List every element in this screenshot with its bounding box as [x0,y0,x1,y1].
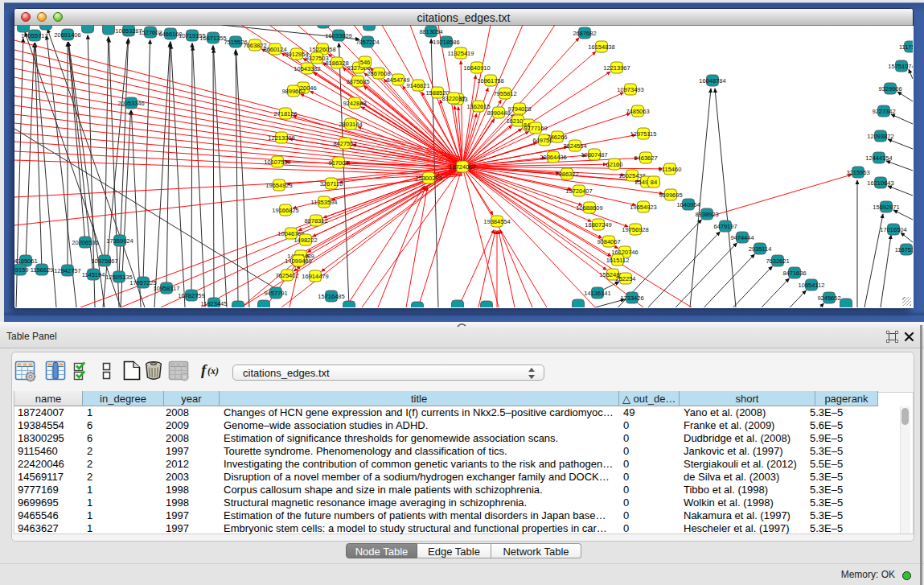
svg-text:15720407: 15720407 [565,187,592,195]
svg-text:9777169: 9777169 [524,125,547,132]
svg-text:1640954: 1640954 [676,201,700,208]
svg-text:2935114: 2935114 [749,245,772,253]
svg-text:12213967: 12213967 [603,64,630,72]
svg-text:11325419: 11325419 [448,50,474,57]
svg-text:19654923: 19654923 [630,204,656,211]
svg-text:1117534: 1117534 [899,43,913,51]
svg-text:546: 546 [360,59,371,66]
svg-text:17359924: 17359924 [106,237,133,245]
svg-text:12942757: 12942757 [54,267,80,274]
svg-text:15716485: 15716485 [318,293,344,300]
svg-text:10807487: 10807487 [581,151,607,159]
svg-text:9794028: 9794028 [507,105,531,113]
svg-text:8660124: 8660124 [263,46,286,53]
svg-text:3267110: 3267110 [320,180,343,187]
svg-text:19756928: 19756928 [622,226,648,233]
svg-text:10543382: 10543382 [294,65,320,72]
svg-text:19166825: 19166825 [272,207,298,214]
svg-text:11353594: 11353594 [311,199,338,206]
svg-text:4185061: 4185061 [14,257,38,265]
svg-text:20053346: 20053346 [117,100,144,107]
svg-text:2718126: 2718126 [273,110,297,117]
svg-text:9463627: 9463627 [634,154,657,162]
svg-text:15751074: 15751074 [888,63,913,70]
svg-text:8938923: 8938923 [695,211,718,218]
svg-text:1615112: 1615112 [606,257,630,264]
svg-text:16154838: 16154838 [588,43,614,51]
svg-text:8322037: 8322037 [441,95,465,102]
svg-text:3624554: 3624554 [563,142,586,150]
svg-text:3875685: 3875685 [346,78,369,85]
svg-text:8990448: 8990448 [487,109,510,117]
svg-text:16782759: 16782759 [178,292,204,299]
svg-text:7625402: 7625402 [275,272,298,279]
svg-text:9899662: 9899662 [281,88,305,95]
svg-text:9084067: 9084067 [597,238,620,245]
svg-text:1733426: 1733426 [620,295,643,302]
svg-text:25300293: 25300293 [415,175,441,182]
svg-text:9329966: 9329966 [878,85,901,93]
svg-text:10973493: 10973493 [617,86,643,93]
svg-text:2687682: 2687682 [573,30,596,37]
svg-text:12093872: 12093872 [867,133,893,140]
svg-text:6479197: 6479197 [713,223,737,230]
svg-text:12975115: 12975115 [630,130,657,138]
svg-text:14055712: 14055712 [21,32,47,39]
svg-text:(x): (x) [207,365,219,377]
svg-text:8186328: 8186328 [325,60,348,67]
svg-text:8878312: 8878312 [304,217,327,225]
svg-text:16961758: 16961758 [477,77,503,84]
svg-text:10107554: 10107554 [264,159,290,166]
svg-text:9245652: 9245652 [817,295,840,302]
svg-text:8427552: 8427552 [333,140,356,147]
svg-text:7632621: 7632621 [766,257,789,265]
svg-text:9115460: 9115460 [659,166,682,173]
svg-text:f: f [201,361,207,378]
svg-text:14099489: 14099489 [285,257,311,265]
svg-text:7485063: 7485063 [626,108,649,115]
svg-text:3215953: 3215953 [846,169,869,176]
svg-text:9457791: 9457791 [264,290,287,297]
svg-text:2803144: 2803144 [339,121,362,128]
svg-text:10654112: 10654112 [799,282,825,289]
svg-text:39159: 39159 [14,266,28,274]
svg-text:20206536: 20206536 [72,239,98,246]
svg-text:18807249: 18807249 [585,221,611,229]
svg-text:9699695: 9699695 [659,192,682,199]
svg-text:16640910: 16640910 [463,64,490,72]
svg-text:19218586: 19218586 [433,39,459,46]
svg-text:9146821: 9146821 [406,82,429,89]
svg-text:10975867: 10975867 [91,257,117,265]
svg-text:15692971: 15692971 [873,204,899,211]
svg-text:917004: 917004 [328,159,348,167]
svg-text:16671355: 16671355 [199,35,226,42]
svg-text:17016504: 17016504 [880,226,906,233]
svg-text:12444154: 12444154 [865,154,892,162]
svg-text:10958117: 10958117 [154,285,180,292]
svg-text:1167533: 1167533 [895,246,913,253]
svg-text:7955812: 7955812 [493,90,516,97]
svg-text:16914479: 16914479 [302,273,328,280]
svg-text:8813054: 8813054 [419,28,442,35]
svg-text:16210643: 16210643 [867,179,893,187]
svg-text:1156829: 1156829 [31,266,54,274]
svg-text:12505135: 12505135 [105,274,132,281]
svg-text:20364436: 20364436 [540,154,566,161]
svg-text:12213369: 12213369 [268,134,294,142]
svg-text:9242848: 9242848 [343,100,366,107]
svg-text:7986322: 7986322 [555,171,578,178]
svg-text:19654923: 19654923 [265,182,292,189]
svg-text:1145194: 1145194 [82,271,105,278]
svg-text:18724007: 18724007 [449,163,475,171]
svg-text:62160: 62160 [606,161,623,168]
svg-text:19384554: 19384554 [483,218,510,225]
svg-text:9227342: 9227342 [872,108,895,115]
svg-text:746266: 746266 [547,134,567,141]
svg-text:252254: 252254 [615,275,635,282]
svg-text:11923445: 11923445 [201,300,228,307]
svg-text:8471636: 8471636 [782,270,806,277]
svg-text:16033809: 16033809 [325,32,351,39]
svg-text:10688609: 10688609 [576,204,602,212]
svg-text:7857224: 7857224 [355,39,379,46]
svg-text:9474444: 9474444 [730,234,754,241]
